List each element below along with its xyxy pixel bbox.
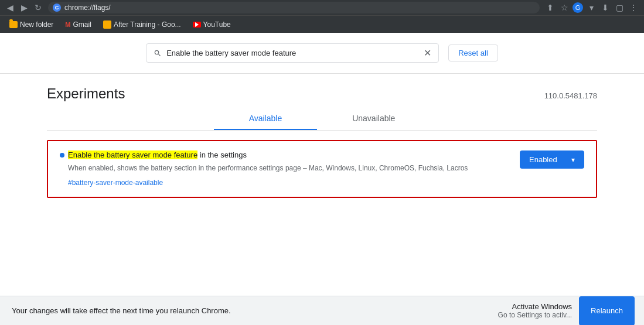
tab-unavailable[interactable]: Unavailable	[317, 108, 430, 130]
reload-button[interactable]: ↻	[33, 2, 43, 13]
bookmark-label: YouTube	[203, 20, 231, 29]
bookmark-new-folder[interactable]: New folder	[5, 19, 58, 30]
forward-button[interactable]: ▶	[19, 2, 29, 13]
address-text: chrome://flags/	[64, 4, 111, 12]
bottom-message: Your changes will take effect the next t…	[12, 306, 231, 315]
browser-actions: ⬆ ☆ G ▾ ⬇ ▢ ⋮	[544, 2, 639, 13]
feature-status-dot	[60, 153, 64, 158]
extensions-icon[interactable]: ▾	[585, 2, 597, 13]
download-icon[interactable]: ⬇	[599, 2, 611, 13]
bookmark-label: After Training - Goo...	[114, 20, 181, 29]
bookmarks-bar: New folder M Gmail After Training - Goo.…	[0, 15, 644, 33]
share-icon[interactable]: ⬆	[544, 2, 556, 13]
folder-icon	[9, 21, 18, 28]
youtube-play-icon	[195, 22, 199, 27]
reset-all-button[interactable]: Reset all	[448, 45, 498, 61]
browser-title-bar: ◀ ▶ ↻ C chrome://flags/ ⬆ ☆ G ▾ ⬇ ▢ ⋮	[0, 0, 644, 15]
feature-title: Enable the battery saver mode feature in…	[68, 150, 247, 159]
youtube-icon	[193, 22, 201, 28]
page-content: Enable the battery saver mode feature ✕ …	[0, 33, 644, 212]
bookmark-youtube[interactable]: YouTube	[188, 19, 236, 30]
enabled-label: Enabled	[529, 155, 557, 164]
back-button[interactable]: ◀	[5, 2, 15, 13]
feature-title-suffix: in the settings	[197, 150, 247, 159]
page-icon	[103, 20, 111, 29]
experiments-header: Experiments 110.0.5481.178	[0, 74, 644, 108]
feature-link[interactable]: #battery-saver-mode-available	[68, 179, 163, 187]
feature-enabled-dropdown[interactable]: Enabled ▾	[520, 150, 584, 169]
bookmark-icon[interactable]: ☆	[558, 2, 570, 13]
search-area: Enable the battery saver mode feature ✕ …	[0, 33, 644, 74]
window-icon[interactable]: ▢	[614, 2, 625, 13]
search-icon	[154, 49, 162, 57]
feature-title-row: Enable the battery saver mode feature in…	[60, 150, 508, 159]
tab-available[interactable]: Available	[214, 108, 318, 130]
gmail-icon: M	[65, 21, 70, 28]
search-input-value: Enable the battery saver mode feature	[166, 49, 419, 57]
search-box[interactable]: Enable the battery saver mode feature ✕	[146, 43, 439, 63]
bookmark-label: New folder	[20, 20, 53, 29]
version-text: 110.0.5481.178	[544, 91, 597, 100]
feature-content: Enable the battery saver mode feature in…	[60, 150, 508, 187]
bookmark-after-training[interactable]: After Training - Goo...	[98, 19, 186, 30]
features-area: Enable the battery saver mode feature in…	[0, 131, 644, 212]
tabs-container: Available Unavailable	[47, 108, 597, 131]
activate-title: Activate Windows	[498, 302, 573, 311]
activate-windows-text: Activate Windows Go to Settings to activ…	[498, 302, 573, 319]
bottom-right: Activate Windows Go to Settings to activ…	[498, 296, 635, 326]
profile-icon[interactable]: G	[573, 2, 583, 13]
feature-description: When enabled, shows the battery section …	[68, 163, 508, 173]
activate-sub: Go to Settings to activ...	[498, 311, 573, 319]
chevron-down-icon: ▾	[571, 156, 575, 164]
bottom-bar: Your changes will take effect the next t…	[0, 296, 644, 325]
relaunch-button[interactable]: Relaunch	[579, 296, 635, 326]
bookmark-gmail[interactable]: M Gmail	[60, 19, 96, 30]
address-bar[interactable]: C chrome://flags/	[48, 2, 540, 13]
feature-battery-saver: Enable the battery saver mode feature in…	[47, 140, 597, 198]
menu-icon[interactable]: ⋮	[628, 2, 639, 13]
page-title: Experiments	[47, 85, 125, 102]
bookmark-label: Gmail	[73, 20, 91, 29]
site-icon: C	[53, 4, 61, 12]
clear-search-button[interactable]: ✕	[424, 47, 431, 59]
browser-nav-icons: ◀ ▶ ↻	[5, 2, 43, 13]
feature-title-highlight: Enable the battery saver mode feature	[68, 150, 197, 159]
